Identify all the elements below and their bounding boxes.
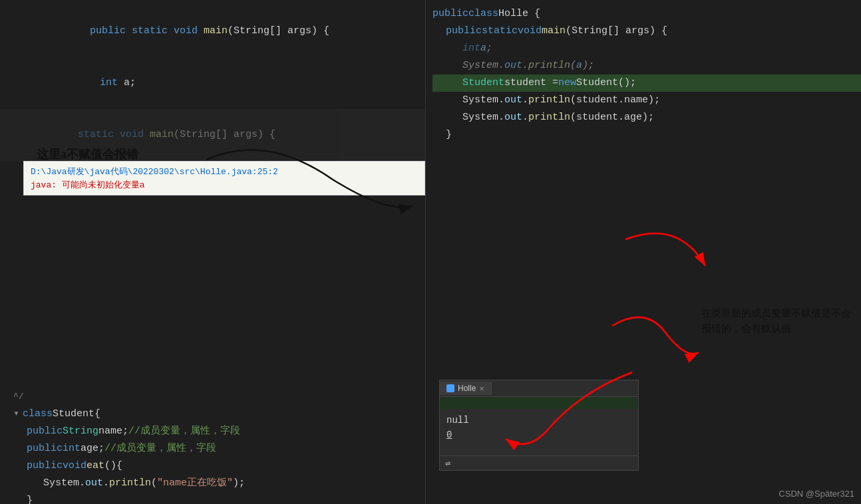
code-line: System.out.println(student.age); — [432, 109, 861, 126]
gutter-fold: ▾ — [13, 406, 19, 423]
code-line: System.out.println("name正在吃饭"); — [7, 475, 425, 492]
terminal-output: null 0 — [440, 409, 638, 455]
right-panel: public class Holle { public static void … — [426, 0, 861, 504]
student-class-code: ^/ ▾ class Student{ public String name;/… — [0, 388, 425, 504]
code-line-faded: int a; — [432, 40, 861, 57]
tab-close-button[interactable]: ✕ — [479, 385, 484, 392]
main-container: public static void main(String[] args) {… — [0, 0, 861, 504]
code-line: public void eat(){ — [7, 457, 425, 475]
terminal-line: null — [446, 413, 631, 428]
watermark: CSDN @Später321 — [778, 489, 854, 499]
code-line: public class Holle { — [432, 5, 861, 23]
keyword-void: void — [174, 25, 204, 37]
code-line: public static void main(String[] args) { — [0, 0, 425, 57]
annotation-left: 这里a不赋值会报错 — [37, 146, 138, 162]
terminal-toolbar: ⇌ — [440, 455, 638, 470]
code-line-faded: System.out.println(a); — [432, 57, 861, 74]
code-line: public static void main(String[] args) { — [432, 23, 861, 40]
output-terminal: Holle ✕ null 0 ⇌ — [439, 380, 639, 471]
code-line: int a; — [0, 57, 425, 109]
code-line: } — [432, 126, 861, 144]
error-message: java: 可能尚未初始化变量a — [31, 179, 418, 191]
terminal-scroll-icon[interactable]: ⇌ — [445, 457, 450, 469]
code-line-highlighted: Student student = new Student(); — [432, 74, 861, 92]
error-link[interactable]: D:\Java研发\java代码\20220302\src\Holle.java… — [31, 167, 278, 177]
holle-class-code: public class Holle { public static void … — [426, 0, 861, 144]
code-line: public String name;//成员变量，属性，字段 — [7, 423, 425, 440]
code-line: ^/ — [7, 388, 425, 406]
tab-label: Holle — [458, 384, 476, 393]
annotation-arrow-svg — [546, 213, 745, 359]
annotation-right: 在类里面的成员变量不赋值是不会报错的，会有默认值 — [701, 306, 851, 336]
tab-icon — [446, 384, 454, 392]
code-line: ▾ class Student{ — [7, 406, 425, 423]
terminal-tab-holle[interactable]: Holle ✕ — [440, 382, 492, 395]
code-line: public int age;//成员变量，属性，字段 — [7, 440, 425, 457]
code-line: } — [7, 492, 425, 504]
terminal-header-faded — [440, 397, 638, 409]
terminal-line: 0 — [446, 428, 631, 442]
top-code-section: public static void main(String[] args) {… — [0, 0, 425, 109]
keyword-static: static — [132, 25, 174, 37]
keyword-int: int — [100, 77, 118, 88]
left-panel: public static void main(String[] args) {… — [0, 0, 426, 504]
method-main: main — [204, 25, 228, 37]
code-line: System.out.println(student.name); — [432, 92, 861, 109]
error-panel: D:\Java研发\java代码\20220302\src\Holle.java… — [23, 161, 425, 195]
terminal-tab-bar: Holle ✕ — [440, 380, 638, 397]
keyword-public: public — [90, 25, 132, 37]
